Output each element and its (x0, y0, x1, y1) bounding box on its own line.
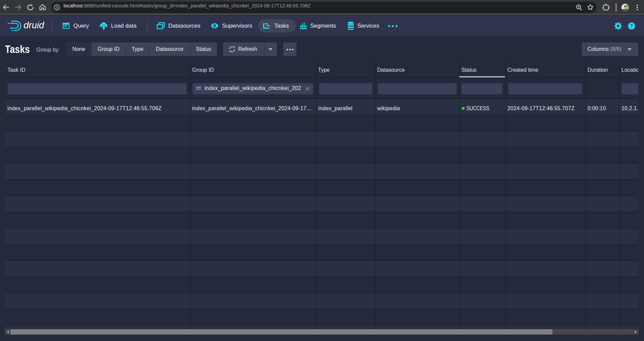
svg-text:?: ? (630, 23, 633, 29)
